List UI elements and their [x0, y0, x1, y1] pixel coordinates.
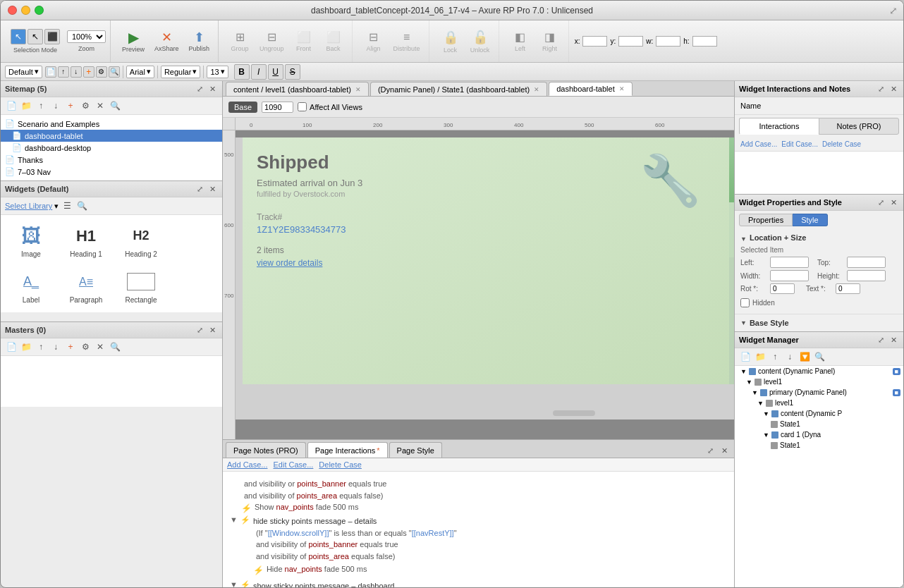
align-left-button[interactable]: ◧ Left [506, 27, 535, 55]
wi-edit-case[interactable]: Edit Case... [781, 140, 818, 148]
sitemap-new-btn[interactable]: 📄 [5, 99, 18, 112]
left-input[interactable] [770, 257, 809, 268]
collapse-triangle-2[interactable]: ▼ [230, 515, 238, 524]
wm-tri-4[interactable]: ▼ [757, 400, 764, 407]
wm-btn1[interactable]: 📄 [739, 350, 752, 363]
text-input[interactable] [836, 283, 860, 294]
wm-filter-btn[interactable]: 🔽 [798, 350, 811, 363]
select-icon3[interactable]: ⬛ [44, 29, 60, 44]
base-button[interactable]: Base [228, 102, 257, 113]
underline-btn[interactable]: U [268, 64, 283, 80]
add-case-link[interactable]: Add Case... [227, 460, 267, 469]
wm-tri-6[interactable]: ▼ [763, 431, 769, 439]
wm-tri-5[interactable]: ▼ [763, 410, 769, 417]
unlock-button[interactable]: 🔓 Unlock [466, 27, 494, 56]
sitemap-item-dashboard-desktop[interactable]: 📄 dashboard-desktop [1, 142, 222, 154]
align-button[interactable]: ⊟ Align [360, 27, 388, 55]
bold-btn[interactable]: B [234, 64, 250, 80]
sitemap-outdent-btn[interactable]: ⚙ [79, 99, 92, 112]
wm-content-dp[interactable]: ▼ content (Dynamic Panel) ■ [735, 366, 903, 376]
masters-expand-btn[interactable]: ⤢ [194, 324, 205, 336]
sitemap-item-scenario[interactable]: 📄 Scenario and Examples [1, 118, 222, 130]
sitemap-expand-btn[interactable]: ⤢ [194, 83, 205, 94]
font-dropdown[interactable]: Arial ▾ [126, 66, 154, 78]
sitemap-up-btn[interactable]: ↑ [35, 99, 47, 112]
group-button[interactable]: ⊞ Group [226, 27, 254, 55]
wi-add-case[interactable]: Add Case... [740, 140, 777, 148]
wp-expand-btn[interactable]: ⤢ [875, 197, 886, 208]
sitemap-item-thanks[interactable]: 📄 Thanks [1, 154, 222, 166]
masters-delete-btn[interactable]: ✕ [94, 341, 106, 353]
bottom-close-btn[interactable]: ✕ [719, 445, 730, 456]
sitemap-delete-btn[interactable]: ✕ [94, 99, 106, 112]
back-button[interactable]: ⬜ Back [319, 27, 348, 55]
wm-close-btn[interactable]: ✕ [888, 334, 899, 345]
w-input[interactable] [656, 36, 680, 47]
select-icon2[interactable]: ↖ [28, 29, 43, 44]
strikethrough-btn[interactable]: S [285, 64, 300, 80]
ungroup-button[interactable]: ⊟ Ungroup [255, 27, 288, 55]
masters-settings-btn[interactable]: ⚙ [79, 341, 92, 353]
wm-state1b[interactable]: State1 [735, 440, 903, 451]
y-input[interactable] [618, 36, 643, 47]
masters-folder-btn[interactable]: 📁 [20, 341, 32, 353]
masters-down-btn[interactable]: ↓ [49, 341, 62, 353]
masters-close-btn[interactable]: ✕ [207, 324, 218, 336]
masters-search-btn[interactable]: 🔍 [109, 341, 121, 353]
bs-collapse-tri[interactable]: ▼ [740, 319, 747, 326]
wi-delete-case[interactable]: Delete Case [822, 140, 861, 148]
wp-close-btn[interactable]: ✕ [888, 197, 899, 208]
rot-input[interactable] [770, 283, 795, 294]
wm-content2-dp[interactable]: ▼ content (Dynamic P [735, 408, 903, 419]
size-dropdown[interactable]: 13 ▾ [207, 66, 228, 78]
tab-main-close[interactable]: ✕ [619, 85, 625, 92]
wm-btn2[interactable]: 📁 [754, 350, 766, 363]
widget-h1[interactable]: H1 Heading 1 [61, 221, 111, 261]
widget-rectangle[interactable]: Rectangle [116, 267, 166, 307]
tab-page-notes[interactable]: Page Notes (PRO) [226, 442, 306, 458]
width-input[interactable] [770, 270, 809, 281]
top-input[interactable] [847, 257, 886, 268]
wm-state1[interactable]: State1 [735, 419, 903, 429]
masters-indent-btn[interactable]: + [64, 341, 77, 353]
masters-up-btn[interactable]: ↑ [35, 341, 47, 353]
canvas-viewport[interactable]: Shipped Estimated arrival on Jun 3 fulfi… [236, 130, 734, 439]
wm-level1[interactable]: ▼ level1 [735, 376, 903, 387]
sitemap-item-dashboard-tablet[interactable]: 📄 dashboard-tablet [1, 130, 222, 142]
minimize-button[interactable] [21, 6, 30, 15]
widgets-close-btn[interactable]: ✕ [207, 183, 218, 195]
tab-content[interactable]: content / level1 (dashboard-tablet) ✕ [226, 82, 369, 96]
wp-tab-style[interactable]: Style [793, 214, 827, 226]
delete-case-link[interactable]: Delete Case [319, 460, 362, 469]
wm-expand-btn[interactable]: ⤢ [875, 334, 886, 345]
wi-tab-notes[interactable]: Notes (PRO) [819, 118, 899, 135]
loc-collapse-tri[interactable]: ▼ [740, 235, 747, 243]
masters-new-btn[interactable]: 📄 [5, 341, 18, 353]
wm-btn3[interactable]: ↑ [769, 350, 781, 363]
sitemap-close-btn[interactable]: ✕ [207, 83, 218, 94]
preview-button[interactable]: ▶ Preview [118, 27, 149, 56]
tb2-btn3[interactable]: ↓ [71, 66, 82, 78]
bottom-expand-btn[interactable]: ⤢ [704, 445, 716, 456]
select-icon[interactable]: ↖ [11, 29, 26, 44]
expand-icon[interactable]: ⤢ [889, 5, 898, 16]
widget-image[interactable]: 🖼 Image [6, 221, 56, 261]
wm-tri-2[interactable]: ▼ [746, 379, 752, 386]
tab-dynamic[interactable]: (Dynamic Panel) / State1 (dashboard-tabl… [370, 82, 547, 96]
tab-main[interactable]: dashboard-tablet ✕ [549, 82, 633, 96]
lock-button[interactable]: 🔒 Lock [436, 27, 465, 56]
style-dropdown[interactable]: Regular ▾ [161, 66, 201, 78]
distribute-button[interactable]: ≡ Distribute [389, 28, 424, 55]
widget-h2[interactable]: H2 Heading 2 [116, 221, 166, 261]
h-input[interactable] [692, 36, 717, 47]
widget-paragraph[interactable]: A≡ Paragraph [61, 267, 111, 307]
front-button[interactable]: ⬜ Front [290, 27, 318, 55]
tb2-btn5[interactable]: ⚙ [96, 66, 107, 78]
close-button[interactable] [8, 6, 17, 15]
maximize-button[interactable] [35, 6, 44, 15]
tab-page-style[interactable]: Page Style [389, 442, 442, 458]
wm-primary-dp[interactable]: ▼ primary (Dynamic Panel) ■ [735, 387, 903, 398]
wm-tri-3[interactable]: ▼ [752, 389, 758, 396]
widget-label[interactable]: A_ Label [6, 267, 56, 307]
tb2-btn1[interactable]: 📄 [45, 66, 56, 78]
